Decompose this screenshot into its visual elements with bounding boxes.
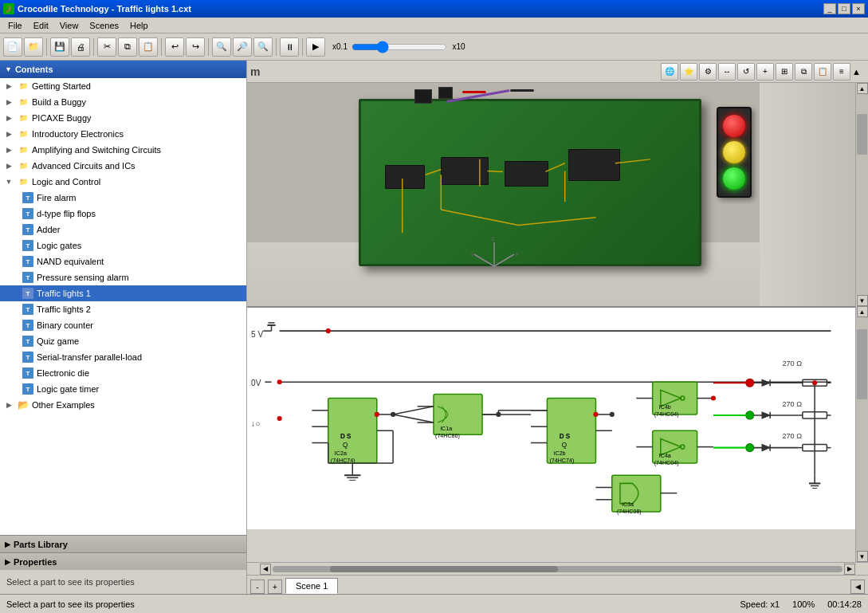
menu-edit[interactable]: Edit	[29, 19, 53, 32]
menu-scenes[interactable]: Scenes	[84, 19, 124, 32]
tree-label: NAND equivalent	[37, 257, 104, 266]
separator-5	[276, 38, 277, 56]
zoom-out-button[interactable]: 🔍	[253, 37, 273, 57]
scroll-left-btn[interactable]: ◀	[260, 564, 271, 575]
schematic-area[interactable]: 5 V 0V ↓○	[247, 306, 855, 529]
tree-electronic-die[interactable]: T Electronic die	[0, 365, 246, 381]
tree-amplifying[interactable]: ▶ 📁 Amplifying and Switching Circuits	[0, 142, 246, 158]
copy2-button[interactable]: ⧉	[795, 63, 812, 81]
menu-help[interactable]: Help	[125, 19, 153, 32]
speed-status: Speed: x1	[740, 599, 780, 609]
menu-bar: File Edit View Scenes Help	[0, 18, 868, 33]
cut-button[interactable]: ✂	[97, 37, 116, 57]
canvas-toolbar: m 🌐 ⭐ ⚙ ↔ ↺ + ⊞ ⧉ 📋 ≡ ▲	[247, 61, 868, 83]
run-button[interactable]: ▶	[306, 37, 325, 57]
scroll-down-btn[interactable]: ▼	[857, 295, 868, 306]
svg-text:IC2b: IC2b	[554, 450, 566, 457]
tree-fire-alarm[interactable]: T Fire alarm	[0, 190, 246, 206]
tree-advanced[interactable]: ▶ 📁 Advanced Circuits and ICs	[0, 158, 246, 174]
maximize-button[interactable]: □	[838, 3, 850, 14]
undo-button[interactable]: ↩	[165, 37, 184, 57]
tree-logic-gates[interactable]: T Logic gates	[0, 238, 246, 253]
search-button[interactable]: 🔍	[212, 37, 231, 57]
move-arrows-button[interactable]: ↔	[718, 63, 736, 81]
print-button[interactable]: 🖨	[71, 37, 90, 57]
globe-button[interactable]: 🌐	[661, 63, 678, 81]
open-button[interactable]: 📁	[24, 37, 43, 57]
scroll-track[interactable]	[856, 94, 868, 295]
grid-button[interactable]: ⊞	[776, 63, 793, 81]
tree-build-buggy[interactable]: ▶ 📁 Build a Buggy	[0, 94, 246, 110]
contents-tree[interactable]: ▶ 📁 Getting Started ▶ 📁 Build a Buggy ▶ …	[0, 78, 246, 535]
tree-serial-transfer[interactable]: T Serial-transfer parallel-load	[0, 349, 246, 365]
tree-dtype-flip[interactable]: T d-type flip flops	[0, 206, 246, 222]
save-button[interactable]: 💾	[50, 37, 69, 57]
scroll-track[interactable]	[273, 566, 842, 572]
scroll-down-btn[interactable]: ▼	[857, 551, 868, 562]
more-button[interactable]: ≡	[833, 63, 850, 81]
doc-icon: T	[22, 320, 33, 331]
zoom-in-button[interactable]: 🔎	[233, 37, 252, 57]
contents-expand-icon[interactable]: ▼	[5, 65, 12, 73]
copy-button[interactable]: ⧉	[118, 37, 137, 57]
scroll-up-btn[interactable]: ▲	[857, 306, 868, 317]
transform-button[interactable]: ⚙	[699, 63, 717, 81]
paste2-button[interactable]: 📋	[814, 63, 831, 81]
vscroll-arrow-up[interactable]: ▲	[852, 67, 865, 77]
parts-library[interactable]: ▶ Parts Library	[0, 535, 246, 552]
expand-icon: ▶	[3, 96, 14, 108]
slider-right-label: x10	[449, 42, 469, 51]
tree-logic-gate-timer[interactable]: T Logic gate timer	[0, 381, 246, 397]
tree-traffic-lights-1[interactable]: T Traffic lights 1	[0, 285, 246, 301]
tree-logic-control[interactable]: ▼ 📁 Logic and Control	[0, 174, 246, 190]
doc-icon: T	[22, 288, 33, 299]
svg-text:270 Ω: 270 Ω	[782, 360, 802, 367]
menu-file[interactable]: File	[3, 19, 27, 32]
tree-pressure-sensing[interactable]: T Pressure sensing alarm	[0, 269, 246, 285]
contents-header: ▼ Contents	[0, 61, 246, 78]
schematic-svg: 5 V 0V ↓○	[247, 308, 855, 529]
tree-adder[interactable]: T Adder	[0, 222, 246, 238]
add-scene-btn[interactable]: -	[250, 580, 265, 594]
menu-view[interactable]: View	[55, 19, 84, 32]
tree-label: Electronic die	[37, 368, 89, 378]
paste-button[interactable]: 📋	[139, 37, 158, 57]
minimize-button[interactable]: _	[823, 3, 836, 14]
separator-4	[208, 38, 209, 56]
star-button[interactable]: ⭐	[680, 63, 697, 81]
scroll-up-btn[interactable]: ▲	[857, 83, 868, 94]
view-3d[interactable]: X Y Z	[247, 83, 855, 306]
pause-button[interactable]: ⏸	[280, 37, 299, 57]
scene-tab-1[interactable]: Scene 1	[285, 578, 338, 594]
tree-traffic-lights-2[interactable]: T Traffic lights 2	[0, 301, 246, 317]
tab-scroll-btn[interactable]: ◀	[850, 580, 865, 594]
tree-binary-counter[interactable]: T Binary counter	[0, 317, 246, 333]
redo-button[interactable]: ↪	[186, 37, 205, 57]
close-button[interactable]: ×	[852, 3, 865, 14]
v-scrollbar-schematic[interactable]: ▲ ▼	[855, 306, 868, 562]
window-controls[interactable]: _ □ ×	[823, 3, 865, 14]
svg-marker-93	[762, 412, 770, 418]
add-button[interactable]: +	[756, 63, 774, 81]
speed-slider[interactable]	[352, 41, 447, 53]
sidebar: ▼ Contents ▶ 📁 Getting Started ▶ 📁 Build…	[0, 61, 247, 594]
tree-picaxe-buggy[interactable]: ▶ 📁 PICAXE Buggy	[0, 110, 246, 126]
svg-line-3	[615, 159, 650, 163]
tree-other-examples[interactable]: ▶ 📂 Other Examples	[0, 397, 246, 413]
scroll-track[interactable]	[856, 317, 868, 551]
properties-panel[interactable]: ▶ Properties	[0, 552, 246, 570]
new-button[interactable]: 📄	[3, 37, 22, 57]
v-scrollbar-3d[interactable]: ▲ ▼	[855, 83, 868, 306]
tree-quiz-game[interactable]: T Quiz game	[0, 333, 246, 349]
speed-slider-group: x0.1 x10	[330, 41, 469, 53]
scroll-right-btn[interactable]: ▶	[844, 564, 855, 575]
refresh-button[interactable]: ↺	[737, 63, 755, 81]
doc-icon: T	[22, 272, 33, 283]
tree-getting-started[interactable]: ▶ 📁 Getting Started	[0, 78, 246, 94]
svg-text:Y: Y	[470, 251, 475, 258]
tree-introductory[interactable]: ▶ 📁 Introductory Electronics	[0, 126, 246, 142]
h-scrollbar-schematic[interactable]: ◀ ▶	[247, 562, 868, 575]
tree-nand-equiv[interactable]: T NAND equivalent	[0, 253, 246, 269]
status-bar: Select a part to see its properties Spee…	[0, 594, 868, 613]
remove-scene-btn[interactable]: +	[268, 580, 282, 594]
